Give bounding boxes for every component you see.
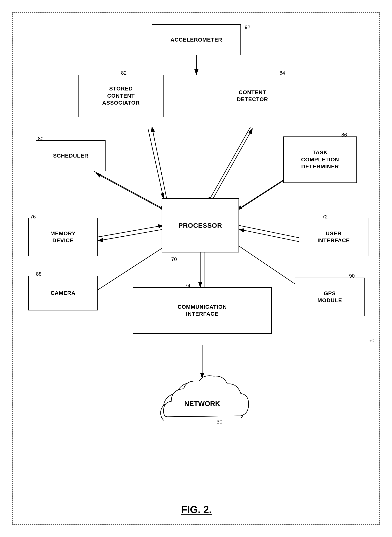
ref-76: 76 [30,214,36,220]
svg-line-10 [96,173,167,212]
network-cloud: NETWORK [152,372,252,426]
svg-line-8 [210,129,252,204]
svg-line-15 [239,225,305,239]
content-detector-box: CONTENT DETECTOR [212,75,293,117]
svg-line-16 [239,229,305,243]
communication-interface-box: COMMUNICATION INTERFACE [133,287,272,334]
ref-82: 82 [121,70,127,76]
memory-device-box: MEMORY DEVICE [28,218,98,256]
gps-module-box: GPS MODULE [295,278,364,316]
ref-72: 72 [322,214,328,220]
ref-30: 30 [216,419,223,425]
scheduler-box: SCHEDULER [36,140,106,171]
svg-line-6 [152,127,167,202]
svg-line-13 [98,225,163,237]
task-completion-box: TASK COMPLETION DETERMINER [283,136,357,183]
processor-box: PROCESSOR [162,198,239,252]
ref-92: 92 [245,24,250,30]
svg-line-7 [208,127,251,202]
accelerometer-box: ACCELEROMETER [152,24,241,55]
ref-84: 84 [280,70,285,76]
ref-80: 80 [38,136,43,142]
svg-line-5 [148,129,163,198]
ref-88: 88 [36,271,42,277]
ref-70: 70 [171,256,177,262]
arrows-svg [13,13,379,524]
svg-line-14 [98,229,163,241]
page-container: ACCELEROMETER 92 STORED CONTENT ASSOCIAT… [12,12,380,525]
user-interface-box: USER INTERFACE [299,218,369,256]
svg-text:NETWORK: NETWORK [184,400,220,408]
ref-90: 90 [349,273,355,279]
svg-line-9 [94,171,165,210]
stored-content-associator-box: STORED CONTENT ASSOCIATOR [79,75,163,117]
svg-line-17 [96,245,167,291]
ref-74: 74 [185,283,190,289]
ref-50: 50 [369,337,374,344]
diagram-area: ACCELEROMETER 92 STORED CONTENT ASSOCIAT… [13,13,379,524]
figure-label: FIG. 2. [158,504,235,513]
ref-86: 86 [341,132,347,138]
camera-box: CAMERA [28,276,98,310]
